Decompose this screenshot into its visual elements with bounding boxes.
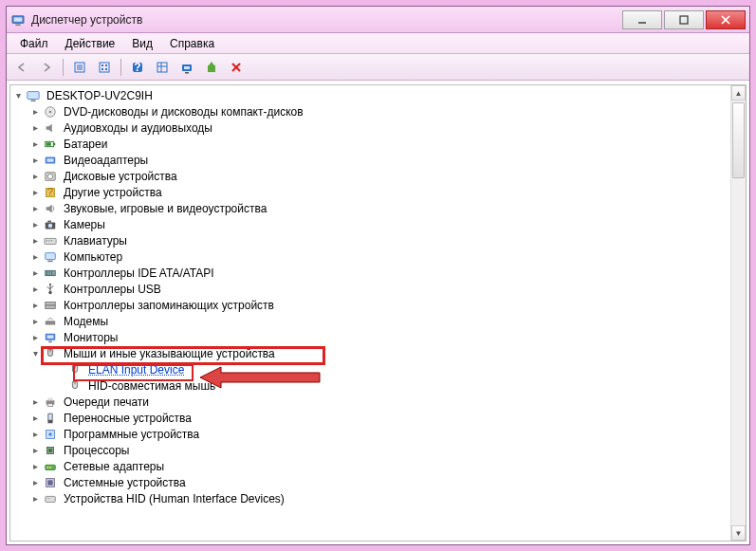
tree-category-camera[interactable]: ▸Камеры [12,216,746,232]
expand-icon[interactable]: ▸ [29,106,41,118]
tree-node-label: Мыши и иные указывающие устройства [62,347,277,360]
expander-placeholder [54,364,65,376]
toolbar: ? [7,54,749,81]
expand-icon[interactable]: ▸ [29,219,41,230]
uninstall-button[interactable] [225,57,248,78]
expand-icon[interactable]: ▸ [29,122,41,134]
device-manager-window: Диспетчер устройств Файл Действие Вид Сп… [6,6,750,545]
scroll-track[interactable] [731,101,746,525]
titlebar: Диспетчер устройств [7,7,749,33]
tree-category-portable[interactable]: ▸Переносные устройства [12,410,746,426]
dvd-icon [43,104,58,119]
expand-icon[interactable]: ▸ [29,155,41,166]
camera-icon [43,217,58,232]
tree-category-cpu[interactable]: ▸Процессоры [12,442,746,458]
tree-category-network[interactable]: ▸Сетевые адаптеры [12,458,746,474]
minimize-button[interactable] [622,10,662,29]
svg-rect-49 [47,260,52,262]
tree-device-elan[interactable]: ELAN Input Device [12,361,746,377]
svg-rect-45 [46,240,47,241]
expand-icon[interactable]: ▸ [29,171,41,182]
scan-hardware-button[interactable] [175,57,198,78]
expand-icon[interactable]: ▸ [29,203,41,214]
menu-view[interactable]: Вид [124,35,160,52]
expand-icon[interactable]: ▸ [29,284,41,295]
mousedev-icon [67,362,83,377]
tree-category-audio[interactable]: ▸Аудиовходы и аудиовыходы [12,119,746,136]
expand-icon[interactable]: ▸ [29,413,41,424]
close-button[interactable] [706,10,746,29]
svg-rect-18 [157,63,167,72]
tree-root-node[interactable]: ▾DESKTOP-UV2C9IH [12,87,746,103]
tree-category-sound[interactable]: ▸Звуковые, игровые и видеоустройства [12,200,746,216]
mousedev-icon [67,378,83,394]
expand-icon[interactable]: ▸ [29,332,41,343]
tree-category-ide[interactable]: ▸Контроллеры IDE ATA/ATAPI [12,265,746,281]
collapse-icon[interactable]: ▾ [29,348,41,359]
svg-rect-43 [47,220,51,222]
expand-icon[interactable]: ▸ [29,267,41,279]
tree-category-monitor[interactable]: ▸Мониторы [12,329,746,345]
menu-file[interactable]: Файл [12,35,56,52]
disk-icon [43,169,58,184]
maximize-button[interactable] [664,10,704,29]
menu-help[interactable]: Справка [162,35,222,52]
details-button[interactable] [93,57,116,78]
back-button[interactable] [10,57,33,78]
tree-category-computer[interactable]: ▸Компьютер [12,248,746,265]
tree-category-disk[interactable]: ▸Дисковые устройства [12,168,746,184]
svg-rect-34 [46,142,51,146]
scroll-thumb[interactable] [732,102,745,178]
svg-rect-2 [15,24,20,26]
expand-icon[interactable]: ▸ [29,396,41,408]
expand-icon[interactable]: ▸ [29,429,41,440]
update-driver-button[interactable] [200,57,223,78]
tree-panel: ▾DESKTOP-UV2C9IH▸DVD-дисководы и дисково… [9,84,747,542]
expand-icon[interactable]: ▸ [29,187,41,198]
tree-category-battery[interactable]: ▸Батареи [12,136,746,152]
expand-icon[interactable]: ▸ [29,251,41,263]
tree-category-system[interactable]: ▸Системные устройства [12,474,746,490]
tree-device-hid[interactable]: HID-совместимая мышь [12,377,746,394]
vertical-scrollbar[interactable]: ▲ ▼ [730,85,746,541]
svg-rect-61 [46,321,56,324]
expand-icon[interactable]: ▸ [29,235,41,247]
svg-point-79 [49,467,51,468]
help-button[interactable]: ? [126,57,149,78]
expand-icon[interactable]: ▸ [29,461,41,472]
svg-text:?: ? [134,61,140,74]
tree-category-mouse[interactable]: ▾Мыши и иные указывающие устройства [12,345,746,361]
expand-icon[interactable]: ▸ [29,300,41,311]
forward-button[interactable] [35,57,58,78]
tree-category-video[interactable]: ▸Видеоадаптеры [12,152,746,168]
svg-rect-12 [101,64,103,66]
expand-icon[interactable]: ▸ [29,493,41,505]
tree-category-keyboard[interactable]: ▸Клавиатуры [12,232,746,248]
expand-icon[interactable]: ▸ [29,138,41,150]
scroll-up-button[interactable]: ▲ [731,85,746,101]
device-tree[interactable]: ▾DESKTOP-UV2C9IH▸DVD-дисководы и дисково… [10,85,746,508]
root-icon [26,88,41,103]
tree-category-hiddev[interactable]: ▸Устройства HID (Human Interface Devices… [12,490,746,506]
tree-category-other[interactable]: ▸?Другие устройства [12,184,746,200]
menu-action[interactable]: Действие [58,35,123,52]
collapse-icon[interactable]: ▾ [12,90,24,101]
cpu-icon [43,443,58,458]
tree-category-software[interactable]: ▸Программные устройства [12,426,746,442]
device-details-button[interactable] [151,57,174,78]
tree-category-usb[interactable]: ▸Контроллеры USB [12,281,746,297]
svg-rect-4 [680,16,688,24]
keyboard-icon [43,233,58,248]
properties-button[interactable] [68,57,91,78]
expand-icon[interactable]: ▸ [29,477,41,488]
tree-category-storage[interactable]: ▸Контроллеры запоминающих устройств [12,297,746,313]
expand-icon[interactable]: ▸ [29,316,41,327]
tree-category-print[interactable]: ▸Очереди печати [12,394,746,410]
scroll-down-button[interactable]: ▼ [731,525,746,541]
svg-rect-24 [208,65,215,72]
svg-point-38 [47,174,52,178]
svg-point-56 [49,283,51,285]
tree-category-modem[interactable]: ▸Модемы [12,313,746,329]
tree-category-dvd[interactable]: ▸DVD-дисководы и дисководы компакт-диско… [12,103,746,119]
expand-icon[interactable]: ▸ [29,445,41,456]
